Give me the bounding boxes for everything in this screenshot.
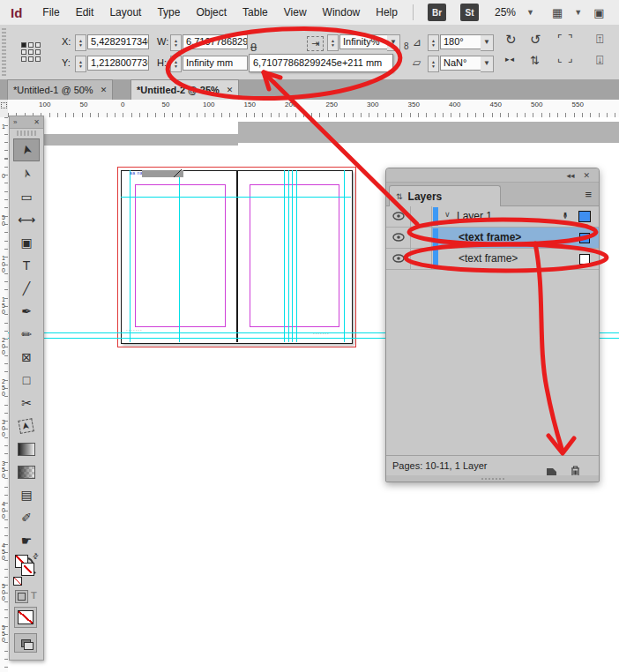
tab-close-icon[interactable]: ✕ [101,86,108,94]
w-stepper[interactable]: ▲▼ [170,34,182,51]
layer-item-text-frame-2[interactable]: <text frame> [386,249,599,270]
ruler-guide[interactable] [121,197,351,198]
workspace-icon[interactable]: ▦ [552,6,563,19]
type-tool[interactable]: T [14,255,39,276]
tab-untitled-1[interactable]: *Untitled-1 @ 50% ✕ [7,79,113,100]
layer-row-layer-1[interactable]: ∨ Layer 1 ✒ [386,206,599,228]
rotate-ccw-button[interactable]: ↺ [530,32,541,48]
layers-panel-titlebar[interactable]: ◂◂ ✕ [386,168,599,183]
control-panel-grip[interactable] [2,28,6,76]
expand-chevron-icon[interactable]: ∨ [444,210,451,219]
panel-menu-icon[interactable]: ≡ [585,188,592,201]
tab-close-icon[interactable]: ✕ [227,86,234,94]
h-ruler-label: 550 [572,101,584,108]
note-tool[interactable]: ▤ [14,484,39,505]
hand-tool[interactable]: ☛ [14,530,39,551]
x-field[interactable]: 5,42829173400 [87,34,149,49]
visibility-eye-icon[interactable] [392,233,405,242]
y-field[interactable]: 1,21280077366 [87,56,149,71]
select-container-button[interactable]: ⌜⌝ [557,33,578,45]
gap-tool[interactable]: ⟷ [14,209,39,230]
tools-collapse-icon[interactable]: » [13,118,17,126]
screen-mode-button[interactable] [14,633,37,653]
h-field[interactable]: Infinity mm [183,56,248,71]
constrain-dimensions-icon[interactable]: 8 [250,41,257,54]
formatting-affects-text-button[interactable]: T [31,590,37,601]
pencil-tool[interactable]: ✏ [14,324,39,345]
tools-panel-header[interactable]: » ✕ [10,116,43,129]
menu-edit[interactable]: Edit [68,6,102,19]
selected-text-frame[interactable] [142,170,183,177]
default-fill-stroke-icon[interactable] [13,577,22,586]
layer-item-text-frame-1[interactable]: <text frame> [386,228,599,249]
content-collector-tool[interactable]: ▣ [14,232,39,253]
select-previous-object-button[interactable]: ⍐ [596,32,603,47]
stroke-color-swatch[interactable] [21,563,34,576]
scissors-tool[interactable]: ✂ [14,392,39,414]
gradient-swatch-tool[interactable] [14,438,39,459]
bridge-button[interactable]: Br [428,4,446,21]
direct-selection-tool[interactable]: ➢ [14,163,39,184]
item-selection-square[interactable] [579,233,590,243]
rotation-field[interactable]: 180° [440,34,484,49]
menu-help[interactable]: Help [368,6,406,19]
reference-point-proxy[interactable] [21,42,40,61]
frame-tool[interactable]: ⊠ [14,347,39,368]
shear-field[interactable]: NaN° [440,56,484,71]
y-stepper[interactable]: ▲▼ [75,56,86,72]
horizontal-ruler: 10050050100150200250300350400450500550 [8,100,619,118]
zoom-dropdown-chevron[interactable]: ▼ [526,8,534,17]
panel-close-icon[interactable]: ✕ [583,171,590,180]
h-stepper[interactable]: ▲▼ [170,56,182,72]
menu-object[interactable]: Object [188,6,235,19]
flip-horizontal-button[interactable]: ▸◂ [505,55,515,63]
workspace-chevron[interactable]: ▼ [574,8,582,17]
constrain-scale-icon[interactable]: 8 [404,41,409,51]
line-tool[interactable]: ╱ [14,278,39,299]
scale-x-field[interactable]: Infinity% [339,34,391,49]
visibility-eye-icon[interactable] [392,212,405,220]
tools-close-icon[interactable]: ✕ [34,118,40,126]
visibility-eye-icon[interactable] [392,254,405,263]
tab-untitled-2[interactable]: *Untitled-2 @ 25% ✕ [131,79,239,100]
menu-type[interactable]: Type [149,6,188,19]
rotation-dropdown[interactable]: ▼ [481,34,494,51]
scale-x-dropdown[interactable]: ▼ [387,34,400,51]
free-transform-tool[interactable]: ➤ [14,415,39,437]
menu-file[interactable]: File [34,6,67,19]
rectangle-tool[interactable]: □ [14,370,39,391]
x-stepper[interactable]: ▲▼ [75,34,86,51]
layers-tab[interactable]: ⇅ Layers [389,185,501,206]
panel-resize-grip[interactable] [386,475,599,482]
item-selection-square[interactable] [579,254,590,265]
layer-selection-square[interactable] [578,211,591,222]
formatting-affects-container-button[interactable] [15,590,28,603]
select-next-object-button[interactable]: ⍗ [596,53,603,68]
menu-window[interactable]: Window [315,6,369,19]
menu-table[interactable]: Table [235,6,276,19]
shear-dropdown[interactable]: ▼ [481,56,494,72]
pen-tool[interactable]: ✒ [14,301,39,322]
layer-name[interactable]: Layer 1 [457,210,492,222]
w-field[interactable]: 6,71077868299 [183,34,248,49]
item-name[interactable]: <text frame> [459,252,518,265]
panel-collapse-icon[interactable]: ◂◂ [566,171,574,180]
eyedropper-tool[interactable]: ✐ [14,507,39,528]
rotate-cw-button[interactable]: ↻ [505,32,517,48]
shear-stepper[interactable]: ▲▼ [428,56,439,72]
auto-size-icon[interactable]: ⇥ [307,36,324,51]
menu-layout[interactable]: Layout [101,6,149,19]
flip-vertical-button[interactable]: ⇅ [530,54,540,67]
zoom-level-value[interactable]: 25% [495,6,516,19]
page-tool[interactable]: ▭ [14,186,39,207]
selection-tool[interactable]: ➤ [13,138,40,161]
gradient-feather-tool[interactable] [14,461,39,482]
select-content-button[interactable]: ⌞⌟ [557,52,578,64]
scale-x-stepper[interactable]: ▲▼ [327,34,339,51]
menu-view[interactable]: View [276,6,315,19]
rotation-stepper[interactable]: ▲▼ [428,34,439,51]
screen-mode-menu-icon[interactable]: ▣ [593,6,604,19]
item-name[interactable]: <text frame> [459,231,521,243]
stock-button[interactable]: St [460,4,479,21]
apply-none-button[interactable] [14,607,37,628]
